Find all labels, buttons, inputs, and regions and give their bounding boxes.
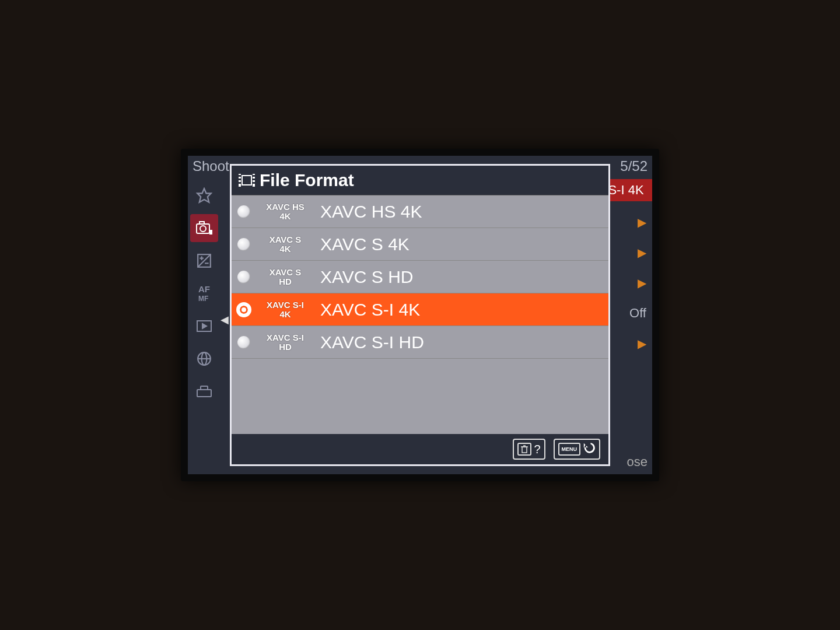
left-caret-icon: ◀ bbox=[220, 313, 229, 326]
radio-icon bbox=[237, 238, 250, 251]
menu-back-button[interactable]: MENU bbox=[554, 439, 601, 460]
svg-rect-3 bbox=[200, 222, 204, 224]
svg-rect-16 bbox=[201, 386, 208, 390]
option-label: XAVC S HD bbox=[320, 267, 413, 287]
option-label: XAVC S-I 4K bbox=[320, 300, 420, 320]
popup-title: File Format bbox=[260, 170, 354, 190]
svg-rect-25 bbox=[253, 182, 255, 184]
sidebar-shooting-icon[interactable] bbox=[190, 214, 218, 242]
page-counter: 5/52 bbox=[620, 158, 648, 174]
svg-marker-11 bbox=[202, 324, 206, 328]
svg-rect-19 bbox=[242, 176, 251, 185]
sidebar-focus-icon[interactable]: AFMF bbox=[190, 279, 218, 307]
option-badge: XAVC S4K bbox=[256, 235, 314, 254]
radio-icon bbox=[237, 205, 250, 218]
sidebar-playback-icon[interactable] bbox=[190, 312, 218, 340]
popup-footer: ? MENU bbox=[232, 434, 608, 464]
svg-point-2 bbox=[200, 226, 206, 232]
svg-marker-0 bbox=[197, 188, 211, 202]
option-label: XAVC S-I HD bbox=[320, 332, 424, 352]
camera-lcd-screen: Shoot 5/52 AFMF ◀ S-I 4K ▶ ▶ ▶ Off ▶ bbox=[181, 149, 659, 481]
option-xavc-s-i-hd[interactable]: XAVC S-IHDXAVC S-I HD bbox=[232, 326, 608, 359]
file-format-popup: File Format XAVC HS4KXAVC HS 4KXAVC S4KX… bbox=[230, 164, 610, 466]
option-badge: XAVC HS4K bbox=[256, 202, 314, 221]
radio-icon bbox=[237, 303, 250, 316]
menu-category-sidebar: AFMF bbox=[188, 177, 220, 474]
bg-close-label: ose bbox=[627, 454, 648, 470]
option-xavc-hs-4k[interactable]: XAVC HS4KXAVC HS 4K bbox=[232, 195, 608, 228]
option-badge: XAVC S-IHD bbox=[256, 333, 314, 352]
bg-menu-title: Shoot bbox=[192, 158, 229, 174]
svg-rect-21 bbox=[239, 178, 241, 180]
svg-rect-22 bbox=[239, 182, 241, 184]
svg-rect-20 bbox=[239, 175, 241, 177]
option-badge: XAVC SHD bbox=[256, 268, 314, 286]
back-arrow-icon bbox=[583, 442, 596, 457]
svg-line-6 bbox=[198, 254, 211, 267]
option-xavc-s-i-4k[interactable]: XAVC S-I4KXAVC S-I 4K bbox=[232, 293, 608, 326]
popup-header: File Format bbox=[232, 166, 608, 195]
options-list: XAVC HS4KXAVC HS 4KXAVC S4KXAVC S 4KXAVC… bbox=[232, 195, 608, 434]
option-label: XAVC S 4K bbox=[320, 235, 410, 254]
option-xavc-s-hd[interactable]: XAVC SHDXAVC S HD bbox=[232, 261, 608, 293]
svg-rect-15 bbox=[197, 390, 211, 397]
option-badge: XAVC S-I4K bbox=[256, 300, 314, 319]
svg-rect-23 bbox=[253, 175, 255, 177]
sidebar-exposure-icon[interactable] bbox=[190, 247, 218, 275]
sidebar-network-icon[interactable] bbox=[190, 345, 218, 373]
svg-rect-4 bbox=[209, 230, 212, 235]
help-button[interactable]: ? bbox=[513, 439, 545, 460]
radio-icon bbox=[237, 271, 250, 284]
film-icon bbox=[239, 174, 255, 187]
sidebar-setup-icon[interactable] bbox=[190, 377, 218, 405]
option-xavc-s-4k[interactable]: XAVC S4KXAVC S 4K bbox=[232, 228, 608, 261]
menu-label: MENU bbox=[558, 443, 581, 456]
sidebar-favorites-icon[interactable] bbox=[190, 181, 218, 209]
svg-rect-26 bbox=[522, 447, 527, 453]
help-glyph: ? bbox=[534, 443, 540, 456]
radio-icon bbox=[237, 336, 250, 349]
trash-icon bbox=[517, 443, 531, 456]
option-label: XAVC HS 4K bbox=[320, 202, 422, 222]
svg-rect-24 bbox=[253, 178, 255, 180]
